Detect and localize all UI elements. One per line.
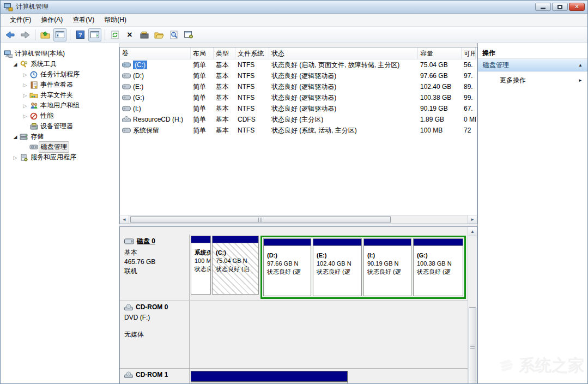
volume-row-h[interactable]: ResourceCD (H:) 简单 基本 CDFS 状态良好 (主分区) 1.… xyxy=(120,114,477,125)
scrollbar-thumb[interactable] xyxy=(469,307,476,384)
volume-row-e[interactable]: (E:) 简单 基本 NTFS 状态良好 (逻辑驱动器) 102.40 GB 8… xyxy=(120,81,477,92)
minimize-button[interactable] xyxy=(535,3,551,11)
tree-item-device-manager[interactable]: 设备管理器 xyxy=(1,121,119,131)
maximize-button[interactable] xyxy=(552,3,568,11)
cdrom0-label[interactable]: CD-ROM 0 DVD (F:) 无媒体 xyxy=(120,301,190,368)
tree-item-services-applications[interactable]: ▷ 服务和应用程序 xyxy=(1,152,119,163)
collapsed-icon[interactable]: ▷ xyxy=(21,113,29,119)
expanded-icon[interactable]: ◢ xyxy=(11,62,19,67)
menu-action[interactable]: 操作(A) xyxy=(36,14,68,26)
refresh-button[interactable] xyxy=(108,28,122,41)
partition-i[interactable]: (I:)90.19 GB N状态良好 (逻 xyxy=(363,238,411,296)
horizontal-scrollbar[interactable]: ◄ ► xyxy=(119,215,477,224)
partition-label: (C:) xyxy=(216,249,226,256)
menu-file[interactable]: 文件(F) xyxy=(5,14,36,26)
console-tree-icon xyxy=(56,31,64,38)
collapsed-icon[interactable]: ▷ xyxy=(11,155,19,160)
menu-help[interactable]: 帮助(H) xyxy=(99,14,131,26)
find-button[interactable] xyxy=(167,28,180,41)
column-header-type[interactable]: 类型 xyxy=(214,47,235,59)
collapse-icon[interactable]: ▲ xyxy=(578,63,583,68)
show-console-tree-button[interactable] xyxy=(53,28,66,41)
volume-row-i[interactable]: (I:) 简单 基本 NTFS 状态良好 (逻辑驱动器) 90.19 GB 67… xyxy=(120,103,477,114)
collapsed-icon[interactable]: ▷ xyxy=(21,82,29,88)
forward-button[interactable] xyxy=(19,28,32,41)
disk-size: 465.76 GB xyxy=(124,257,186,267)
export-list-button[interactable] xyxy=(39,28,52,41)
expanded-icon[interactable]: ◢ xyxy=(11,134,19,140)
scroll-up-button[interactable]: ▲ xyxy=(468,227,477,236)
cdrom0-graph xyxy=(190,301,468,368)
refresh-icon xyxy=(111,31,119,39)
more-actions-item[interactable]: 更多操作 ► xyxy=(478,71,587,85)
partition-d[interactable]: (D:)97.66 GB N状态良好 (逻 xyxy=(263,238,311,296)
back-button[interactable] xyxy=(4,28,17,41)
tree-item-shared-folders[interactable]: ▷ 共享文件夹 xyxy=(1,90,119,100)
partition-system-reserved[interactable]: 系统保留100 MB N状态良好 ( xyxy=(191,236,211,295)
shared-folder-icon xyxy=(29,91,39,99)
drive-icon xyxy=(122,105,131,112)
device-manager-icon xyxy=(29,122,39,130)
tree-item-label: 任务计划程序 xyxy=(39,69,81,80)
clock-icon xyxy=(29,70,39,79)
disk-management-pane: 卷 布局 类型 文件系统 状态 容量 可用 (C:) 简单 基本 NTFS 状态… xyxy=(119,43,477,384)
column-header-status[interactable]: 状态 xyxy=(269,47,418,59)
partition-g[interactable]: (G:)100.38 GB N状态良好 (逻 xyxy=(413,238,463,296)
tree-item-computer-management[interactable]: 计算机管理(本地) xyxy=(1,49,119,59)
properties-button[interactable] xyxy=(138,28,151,41)
cell-capacity: 100 MB xyxy=(418,127,462,134)
column-header-capacity[interactable]: 容量 xyxy=(418,47,462,59)
cdrom1-label[interactable]: CD-ROM 1 xyxy=(120,369,190,384)
cell-fs: NTFS xyxy=(235,61,269,69)
column-header-fs[interactable]: 文件系统 xyxy=(235,47,269,59)
volume-row-c[interactable]: (C:) 简单 基本 NTFS 状态良好 (启动, 页面文件, 故障转储, 主分… xyxy=(120,59,477,70)
volume-row-system-reserved[interactable]: 系统保留 简单 基本 NTFS 状态良好 (系统, 活动, 主分区) 100 M… xyxy=(120,125,477,136)
actions-group-label: 磁盘管理 xyxy=(483,61,509,70)
close-button[interactable]: ✕ xyxy=(569,3,585,11)
disk0-label[interactable]: 磁盘 0 基本 465.76 GB 联机 xyxy=(120,235,190,301)
show-action-pane-button[interactable] xyxy=(88,28,101,41)
vertical-scrollbar[interactable]: ▲ xyxy=(468,227,477,384)
primary-partition-band xyxy=(191,236,210,243)
tree-item-local-users-groups[interactable]: ▷ 本地用户和组 xyxy=(1,100,119,111)
scroll-left-button[interactable]: ◄ xyxy=(120,215,129,224)
cdrom1-graph xyxy=(190,369,468,384)
tree-item-label: 共享文件夹 xyxy=(39,90,75,100)
delete-button[interactable]: × xyxy=(123,28,136,41)
disk-icon xyxy=(124,238,134,245)
partition-c-selected[interactable]: (C:)75.04 GB N状态良好 (启 xyxy=(212,236,259,295)
tree-item-performance[interactable]: ▷ 性能 xyxy=(1,111,119,121)
tree-item-event-viewer[interactable]: ▷ 事件查看器 xyxy=(1,80,119,90)
tree-item-task-scheduler[interactable]: ▷ 任务计划程序 xyxy=(1,69,119,80)
scrollbar-thumb[interactable] xyxy=(130,216,391,223)
partition-size: 75.04 GB N xyxy=(216,257,247,264)
volume-row-d[interactable]: (D:) 简单 基本 NTFS 状态良好 (逻辑驱动器) 97.66 GB 97… xyxy=(120,70,477,81)
tree-item-system-tools[interactable]: ◢ 系统工具 xyxy=(1,59,119,69)
scrollbar-track[interactable] xyxy=(468,236,477,384)
collapsed-icon[interactable]: ▷ xyxy=(21,93,29,98)
open-folder-button[interactable] xyxy=(153,28,166,41)
actions-group-disk-management[interactable]: 磁盘管理 ▲ xyxy=(478,59,587,71)
collapsed-icon[interactable]: ▷ xyxy=(21,103,29,109)
column-header-layout[interactable]: 布局 xyxy=(191,47,214,59)
cdrom1-row: CD-ROM 1 xyxy=(120,369,468,384)
collapsed-icon[interactable]: ▷ xyxy=(21,72,29,77)
cdrom1-media-body xyxy=(191,382,348,384)
volume-name: ResourceCD (H:) xyxy=(133,116,183,123)
tree-item-disk-management[interactable]: 磁盘管理 xyxy=(1,142,119,152)
volume-name: (E:) xyxy=(133,83,143,91)
cdrom1-media-band[interactable] xyxy=(191,371,348,382)
toolbar: ? × xyxy=(1,27,587,43)
scrollbar-track[interactable] xyxy=(129,215,468,224)
help-button[interactable]: ? xyxy=(74,28,87,41)
tree-item-storage[interactable]: ◢ 存储 xyxy=(1,131,119,142)
action-pane-icon xyxy=(90,31,99,38)
column-header-volume[interactable]: 卷 xyxy=(120,47,191,59)
console-settings-button[interactable] xyxy=(182,28,195,41)
partition-e[interactable]: (E:)102.40 GB N状态良好 (逻 xyxy=(313,238,362,296)
tree-item-label: 磁盘管理 xyxy=(39,141,69,153)
menu-view[interactable]: 查看(V) xyxy=(68,14,99,26)
column-header-free[interactable]: 可用 xyxy=(462,47,476,59)
scroll-right-button[interactable]: ► xyxy=(468,215,477,224)
volume-row-g[interactable]: (G:) 简单 基本 NTFS 状态良好 (逻辑驱动器) 100.38 GB 9… xyxy=(120,92,477,103)
